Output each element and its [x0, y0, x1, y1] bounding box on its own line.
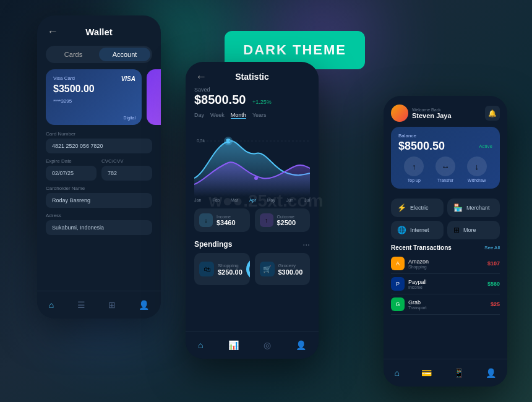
expire-date-label: Expire Date	[46, 158, 97, 164]
nav-list-icon[interactable]: ☰	[77, 300, 85, 310]
nav-grid-icon[interactable]: ⊞	[108, 300, 116, 310]
chart-label-feb: Feb	[212, 198, 220, 202]
back-arrow-icon[interactable]: ←	[47, 25, 58, 38]
txn-amazon-left: A Amazon Shopping	[391, 257, 429, 270]
income-label: Income	[217, 215, 236, 219]
qa-electric[interactable]: ⚡ Electric	[391, 199, 444, 217]
outcome-icon: ↑	[260, 213, 273, 227]
card-number-masked: ****3295	[53, 98, 134, 104]
merchant-icon: 🏪	[453, 203, 463, 212]
outcome-label: Outcome	[277, 215, 296, 219]
paypal-icon: P	[391, 277, 405, 291]
stat-back-icon[interactable]: ←	[195, 71, 207, 83]
tab-week[interactable]: Week	[210, 112, 225, 119]
expire-date-field[interactable]: 02/07/25	[46, 166, 97, 181]
qa-internet[interactable]: 🌐 Internet	[391, 221, 444, 239]
recent-title: Recent Transactions	[391, 244, 452, 251]
dash-nav-mobile-icon[interactable]: 📱	[453, 368, 464, 378]
card-carousel: Visa Card VISA $3500.00 ****3295 Digital	[37, 69, 161, 125]
dash-header: Welcome Back Steven Jaya 🔔	[384, 96, 507, 127]
stat-nav-profile-icon[interactable]: 👤	[296, 340, 306, 350]
grocery-amount: $300.00	[278, 268, 303, 276]
income-icon: ↓	[199, 213, 213, 227]
topup-button[interactable]: ↑ Top up	[404, 156, 424, 182]
tab-account[interactable]: Account	[99, 48, 150, 61]
saved-change: +1.25%	[252, 99, 272, 105]
stat-header: ← Statistic	[186, 62, 319, 87]
balance-status: Active	[479, 143, 492, 149]
nav-home-icon[interactable]: ⌂	[49, 300, 54, 310]
outcome-card: ↑ Outcome $2500	[255, 208, 311, 232]
chart-label-apr: Apr	[249, 198, 256, 202]
tab-day[interactable]: Day	[194, 112, 204, 119]
dash-nav-home-icon[interactable]: ⌂	[395, 368, 400, 378]
balance-label: Balance	[398, 133, 492, 139]
nav-profile-icon[interactable]: 👤	[139, 300, 149, 310]
grab-name: Grab	[408, 299, 427, 306]
card-form: Card Number 4821 2520 056 7820 Expire Da…	[37, 125, 161, 235]
chart-label-may: May	[267, 198, 275, 202]
qa-merchant[interactable]: 🏪 Merchant	[447, 199, 500, 217]
card-purple[interactable]	[147, 69, 161, 125]
time-tabs: Day Week Month Years	[186, 112, 319, 122]
visa-logo: VISA	[121, 75, 135, 82]
topup-icon: ↑	[404, 156, 424, 176]
dash-nav-card-icon[interactable]: 💳	[421, 368, 432, 378]
income-card: ↓ Income $3460	[194, 208, 250, 232]
stat-nav-chart-icon[interactable]: 📊	[228, 340, 239, 350]
chart-label-jan: Jan	[194, 198, 201, 202]
welcome-text: Welcome Back	[412, 108, 452, 112]
dash-nav-profile-icon[interactable]: 👤	[486, 368, 496, 378]
income-value: $3460	[217, 219, 236, 226]
amazon-amount: $107	[487, 260, 500, 267]
chart-labels: Jan Feb Mar Apr May Jun Jul	[186, 197, 319, 203]
transaction-list: A Amazon Shopping $107 P Paypall Income …	[384, 254, 507, 315]
withdraw-label: Withdraw	[468, 178, 486, 182]
spending-grocery: 🛒 Grocery $300.00	[255, 253, 311, 285]
tab-cards[interactable]: Cards	[48, 48, 99, 61]
wallet-header: ← Wallet	[37, 15, 161, 43]
transfer-button[interactable]: ↔ Transfer	[435, 156, 455, 182]
spending-shopping: 🛍 Shopping $250.00	[194, 253, 250, 285]
paypal-category: Income	[408, 285, 427, 289]
saved-label: Saved	[194, 87, 310, 93]
internet-icon: 🌐	[397, 226, 406, 234]
electric-icon: ⚡	[397, 203, 406, 212]
qa-more[interactable]: ⊞ More	[447, 221, 500, 239]
stat-chart: 0,5k	[194, 122, 310, 197]
merchant-label: Merchant	[466, 205, 490, 211]
card-number-label: Card Number	[46, 131, 152, 137]
address-field[interactable]: Sukabumi, Indonesia	[46, 220, 152, 235]
grocery-label: Grocery	[278, 263, 303, 268]
stat-nav-qr-icon[interactable]: ◎	[264, 340, 271, 350]
electric-label: Electric	[410, 205, 429, 211]
action-buttons: ↑ Top up ↔ Transfer ↓ Withdraw	[398, 154, 492, 182]
grab-icon: G	[391, 297, 405, 311]
visa-card[interactable]: Visa Card VISA $3500.00 ****3295 Digital	[46, 69, 142, 125]
spendings-menu-icon[interactable]: ···	[302, 239, 310, 249]
cvc-field[interactable]: 782	[101, 166, 152, 181]
grab-amount: $25	[491, 301, 500, 307]
dash-bottom-nav: ⌂ 💳 📱 👤	[384, 359, 507, 387]
statistic-phone: ← Statistic Saved $8500.50 +1.25% Day We…	[186, 62, 319, 359]
paypal-name: Paypall	[408, 279, 427, 285]
tab-month[interactable]: Month	[231, 112, 246, 119]
notification-button[interactable]: 🔔	[485, 106, 500, 121]
shopping-donut-chart	[246, 258, 250, 280]
grab-category: Transport	[408, 306, 427, 310]
dark-theme-label: DARK THEME	[243, 42, 346, 58]
svg-point-2	[254, 176, 258, 180]
wallet-tab-bar: Cards Account	[46, 46, 152, 63]
stat-nav-home-icon[interactable]: ⌂	[198, 340, 203, 350]
withdraw-button[interactable]: ↓ Withdraw	[467, 156, 487, 182]
outcome-value: $2500	[277, 219, 296, 226]
stat-title: Statistic	[235, 72, 268, 82]
cardholder-name-field[interactable]: Roday Basreng	[46, 193, 152, 208]
transfer-label: Transfer	[437, 178, 453, 182]
card-number-field[interactable]: 4821 2520 056 7820	[46, 139, 152, 153]
wallet-bottom-nav: ⌂ ☰ ⊞ 👤	[37, 291, 161, 319]
tab-years[interactable]: Years	[252, 112, 267, 119]
quick-actions: ⚡ Electric 🏪 Merchant 🌐 Internet ⊞ More	[384, 194, 507, 242]
see-all-link[interactable]: See All	[484, 245, 500, 250]
shopping-icon: 🛍	[199, 262, 214, 276]
